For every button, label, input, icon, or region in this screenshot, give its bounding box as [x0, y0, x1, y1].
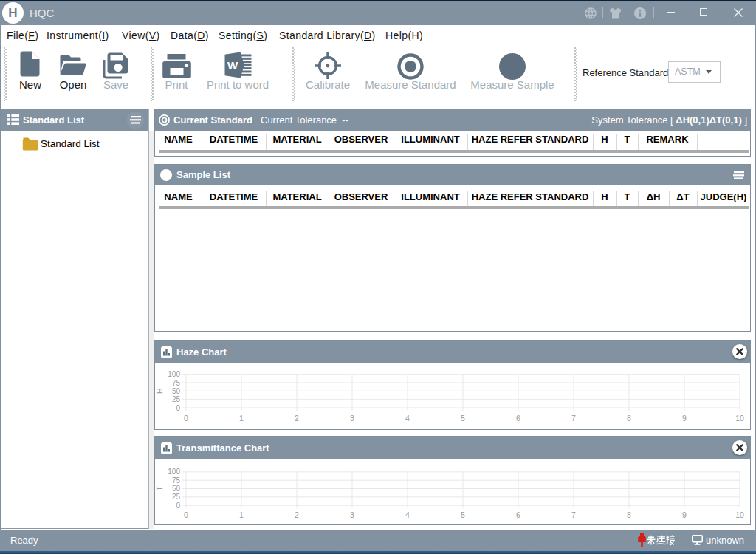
svg-text:9: 9 [682, 510, 687, 519]
svg-text:100: 100 [168, 370, 180, 378]
svg-text:7: 7 [571, 414, 576, 423]
svg-text:8: 8 [627, 510, 631, 519]
svg-text:100: 100 [168, 468, 180, 476]
svg-text:2: 2 [295, 414, 299, 423]
svg-text:6: 6 [516, 510, 520, 519]
svg-text:0: 0 [176, 502, 180, 510]
svg-text:50: 50 [172, 485, 181, 493]
svg-text:3: 3 [350, 414, 354, 423]
svg-text:5: 5 [461, 510, 465, 519]
svg-text:0: 0 [184, 510, 188, 519]
svg-text:0: 0 [176, 404, 180, 412]
svg-text:T: T [155, 486, 164, 491]
svg-text:5: 5 [461, 414, 465, 423]
svg-text:25: 25 [172, 395, 181, 403]
svg-text:H: H [155, 389, 164, 394]
svg-text:4: 4 [405, 510, 410, 519]
svg-text:10: 10 [735, 414, 744, 423]
svg-text:75: 75 [172, 476, 181, 485]
svg-text:25: 25 [172, 493, 181, 501]
svg-text:9: 9 [682, 414, 687, 423]
svg-text:1: 1 [239, 510, 244, 519]
svg-text:50: 50 [172, 387, 181, 395]
svg-text:8: 8 [627, 414, 631, 423]
svg-text:10: 10 [735, 510, 744, 519]
svg-text:W: W [227, 59, 238, 72]
svg-text:4: 4 [405, 414, 410, 423]
svg-text:0: 0 [184, 414, 188, 423]
svg-text:7: 7 [571, 510, 576, 519]
svg-text:2: 2 [295, 510, 299, 519]
svg-text:1: 1 [239, 414, 244, 423]
svg-text:3: 3 [350, 510, 354, 519]
svg-text:6: 6 [516, 414, 520, 423]
svg-text:75: 75 [172, 379, 181, 387]
